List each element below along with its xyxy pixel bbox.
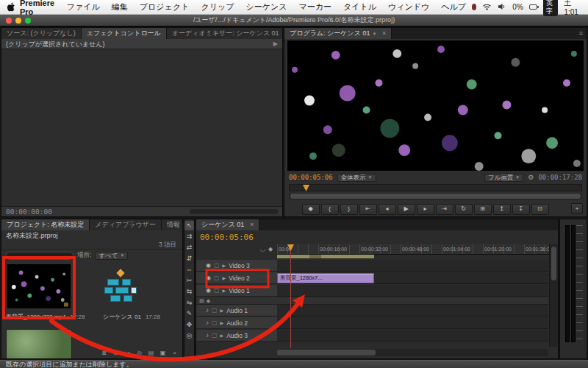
- rate-stretch-tool[interactable]: ⇔: [184, 265, 194, 275]
- tab-info[interactable]: 情報: [162, 219, 183, 230]
- tab-effect-controls[interactable]: エフェクトコントロール: [82, 28, 167, 39]
- marker-menu-icon[interactable]: ◆: [268, 246, 273, 252]
- apple-icon[interactable]: [7, 2, 15, 12]
- slide-tool[interactable]: ⇋: [184, 298, 194, 308]
- timeline-vertical-scrollbar[interactable]: [549, 244, 558, 347]
- quality-dropdown[interactable]: フル画質▼: [484, 174, 523, 182]
- video-track-header[interactable]: ◉ ▢ ▶ Video 2: [196, 272, 277, 284]
- close-icon[interactable]: ×: [382, 29, 386, 37]
- program-video-preview[interactable]: [287, 40, 584, 171]
- ripple-edit-tool[interactable]: ⇄: [184, 243, 194, 252]
- pen-tool[interactable]: ✎: [184, 309, 194, 319]
- settings-wrench-icon[interactable]: ⚙: [528, 174, 534, 181]
- volume-icon[interactable]: [498, 3, 506, 12]
- zoom-tool[interactable]: ◎: [184, 331, 194, 341]
- close-window-button[interactable]: [6, 18, 12, 24]
- toggle-track-audio-icon[interactable]: ♪: [206, 307, 209, 314]
- program-scrubber[interactable]: [289, 184, 582, 191]
- project-file-name[interactable]: 名称未設定.prproj: [6, 231, 58, 241]
- wifi-icon[interactable]: [482, 3, 492, 12]
- toggle-track-output-icon[interactable]: ◉: [206, 275, 211, 281]
- go-to-in-button[interactable]: ⇤: [359, 204, 377, 215]
- scrubber-playhead[interactable]: [303, 185, 309, 191]
- menu-item[interactable]: クリップ: [195, 1, 240, 13]
- snap-toggle-icon[interactable]: ◡: [260, 246, 265, 252]
- timeline-zoom-scrollbar[interactable]: [277, 349, 548, 356]
- rolling-edit-tool[interactable]: ⇵: [184, 254, 194, 263]
- timeline-timecode[interactable]: 00:00:05:06: [200, 233, 254, 242]
- track-select-tool[interactable]: ⇉: [184, 232, 194, 241]
- panel-menu-icon[interactable]: ≡: [576, 28, 587, 39]
- minimize-window-button[interactable]: [15, 18, 21, 24]
- toggle-track-audio-icon[interactable]: ♪: [206, 319, 209, 326]
- tab-project[interactable]: プロジェクト: 名称未設定: [1, 219, 90, 230]
- toggle-track-output-icon[interactable]: ◉: [206, 262, 211, 269]
- play-button[interactable]: ▶: [398, 204, 415, 215]
- menu-item[interactable]: プロジェクト: [134, 1, 196, 13]
- track-lock-icon[interactable]: ▢: [214, 262, 220, 269]
- add-marker-button[interactable]: ◆: [302, 204, 320, 215]
- menubar-clock[interactable]: 土 1:01: [564, 0, 581, 16]
- tab-sequence-01[interactable]: シーケンス 01 ×: [196, 219, 259, 230]
- step-back-button[interactable]: ◂: [379, 204, 396, 215]
- find-button[interactable]: ◎: [135, 348, 144, 357]
- tab-audio-mixer[interactable]: オーディオミキサー: シーケンス 01: [167, 28, 283, 39]
- audio-track-header[interactable]: ♪ ▢ ▶ Audio 3: [196, 330, 277, 342]
- track-lock-icon[interactable]: ▢: [214, 287, 220, 294]
- toggle-track-output-icon[interactable]: ◉: [206, 287, 211, 294]
- item-name[interactable]: シーケンス 01: [103, 314, 141, 320]
- program-current-timecode[interactable]: 00:00:05:06: [289, 174, 333, 181]
- list-view-button[interactable]: ≣: [99, 348, 109, 357]
- work-area-bar[interactable]: [277, 255, 374, 258]
- timeline-clip-black-bg[interactable]: 黒背景_1280x7...: [277, 273, 374, 283]
- hand-tool[interactable]: ✥: [184, 320, 194, 330]
- audio-track-lane[interactable]: [277, 305, 548, 316]
- automate-to-sequence-button[interactable]: ↦: [123, 348, 132, 357]
- horizontal-scrollbar[interactable]: [190, 209, 278, 214]
- selection-tool[interactable]: ↖: [184, 221, 194, 230]
- razor-tool[interactable]: ✂: [184, 276, 194, 286]
- close-icon[interactable]: ×: [250, 221, 254, 228]
- video-track-header[interactable]: ◉ ▢ ▶ Video 1: [196, 285, 277, 297]
- expand-track-icon[interactable]: ▶: [223, 288, 226, 293]
- window-titlebar[interactable]: /ユーザ/…/ドキュメント/Adobe/Premiere Pro/6.0/名称未…: [0, 15, 588, 26]
- mark-out-button[interactable]: }: [340, 204, 358, 215]
- app-menu[interactable]: Premiere Pro: [20, 0, 58, 16]
- track-lock-icon[interactable]: ▢: [212, 307, 218, 314]
- mark-in-button[interactable]: {: [321, 204, 339, 215]
- icon-view-button[interactable]: ⊞: [111, 348, 121, 357]
- tab-source-monitor[interactable]: ソース: (クリップなし): [1, 28, 82, 39]
- tab-program-monitor[interactable]: プログラム: シーケンス 01▼ ×: [284, 28, 392, 39]
- step-forward-button[interactable]: ▸: [417, 204, 434, 215]
- loop-button[interactable]: ↻: [455, 204, 473, 215]
- video-track-lane[interactable]: [277, 285, 548, 297]
- track-lock-icon[interactable]: ▢: [212, 332, 218, 339]
- project-item-sequence-icon[interactable]: [104, 270, 140, 304]
- menu-item[interactable]: ヘルプ: [435, 1, 472, 13]
- new-bin-button[interactable]: ▤: [146, 348, 156, 357]
- item-name[interactable]: 黒背景_1280x720.mp4: [6, 314, 65, 320]
- expand-track-icon[interactable]: ▶: [223, 275, 226, 280]
- safe-margins-button[interactable]: ⊞: [474, 204, 492, 215]
- menu-extra-icon[interactable]: [472, 4, 476, 10]
- go-to-out-button[interactable]: ⇥: [436, 204, 453, 215]
- expand-track-icon[interactable]: ▶: [220, 320, 224, 325]
- expand-track-icon[interactable]: ▶: [220, 333, 224, 338]
- video-track-lane[interactable]: [277, 260, 548, 272]
- zoom-window-button[interactable]: [25, 18, 31, 24]
- audio-track-header[interactable]: ♪ ▢ ▶ Audio 2: [196, 317, 277, 329]
- lift-button[interactable]: ↥: [493, 204, 511, 215]
- menu-item[interactable]: ウィンドウ: [382, 1, 435, 13]
- expand-track-icon[interactable]: ▶: [223, 263, 226, 268]
- input-method-badge[interactable]: 英字: [543, 0, 559, 16]
- audio-track-header[interactable]: ♪ ▢ ▶ Audio 1: [196, 305, 277, 316]
- video-track-header[interactable]: ◉ ▢ ▶ Video 3: [196, 260, 277, 272]
- audio-track-lane[interactable]: [277, 317, 548, 329]
- slip-tool[interactable]: ⇆: [184, 287, 194, 297]
- menu-item[interactable]: 編集: [106, 1, 134, 13]
- fit-dropdown[interactable]: 全体表示▼: [337, 174, 376, 182]
- audio-track-lane[interactable]: [277, 330, 548, 342]
- expand-icon[interactable]: ▶: [273, 39, 278, 49]
- toggle-track-audio-icon[interactable]: ♪: [206, 332, 209, 339]
- expand-track-icon[interactable]: ▶: [220, 308, 224, 313]
